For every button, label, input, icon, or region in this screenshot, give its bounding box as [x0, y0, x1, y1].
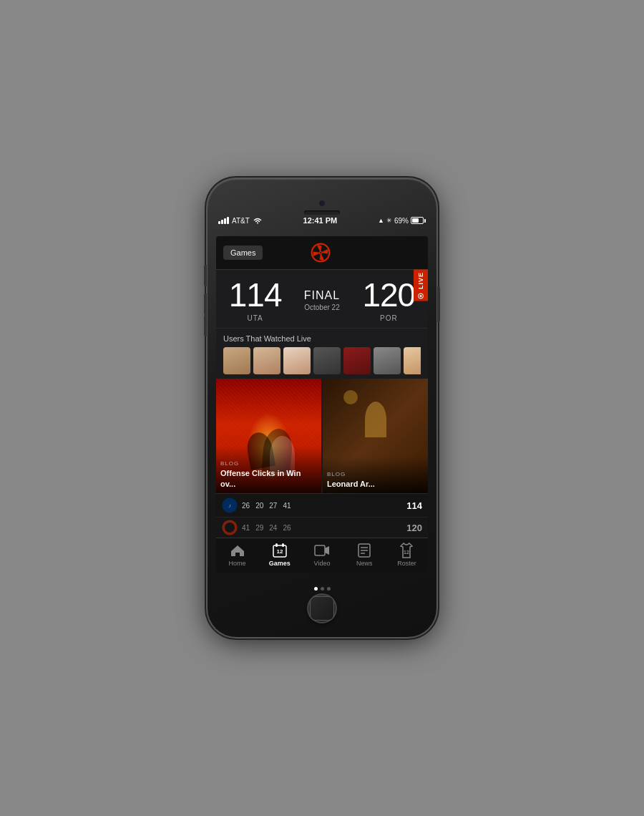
team-logo[interactable] [310, 242, 331, 263]
user-avatar-7[interactable] [404, 347, 421, 374]
svg-point-7 [225, 523, 235, 533]
tab-bar: Home 12 Games [216, 538, 428, 573]
video-icon [314, 543, 330, 558]
page-dot-2 [321, 587, 324, 591]
signal-icon [218, 217, 229, 224]
tab-home[interactable]: Home [216, 543, 258, 567]
blazers-quarter-scores: 41 29 24 26 [242, 524, 406, 532]
blazers-total: 120 [406, 523, 422, 533]
games-icon: 12 [272, 543, 288, 558]
battery-percentage: 69% [394, 217, 409, 225]
tab-games-label: Games [269, 560, 291, 567]
location-icon: ▲ [378, 217, 384, 224]
jazz-scoreboard-row[interactable]: J 26 20 27 41 114 [216, 493, 428, 517]
app-screen: Games 114 [216, 236, 428, 573]
user-avatar-5[interactable] [343, 347, 371, 374]
roster-icon-svg: 12 [400, 543, 413, 558]
game-final-label: FINAL [304, 289, 340, 302]
phone-bottom [208, 573, 436, 637]
blog-title-1: Offense Clicks in Win ov... [220, 468, 317, 489]
blazers-logo-small [222, 520, 238, 535]
blazers-q2: 29 [255, 524, 263, 532]
jazz-q4: 41 [283, 502, 291, 510]
blazers-logo-small-svg [222, 520, 238, 535]
page-dot-3 [327, 587, 331, 591]
trail-blazers-logo-svg [311, 243, 331, 263]
users-avatars-row [223, 347, 421, 374]
tab-roster[interactable]: 12 Roster [386, 543, 428, 567]
svg-text:12: 12 [404, 550, 410, 555]
user-avatar-4[interactable] [313, 347, 341, 374]
bluetooth-icon: ✳ [386, 217, 392, 224]
tab-video[interactable]: Video [301, 543, 343, 567]
svg-text:12: 12 [276, 548, 283, 555]
tab-roster-label: Roster [397, 560, 416, 567]
home-button[interactable] [307, 593, 337, 623]
svg-point-3 [320, 252, 321, 253]
jazz-q3: 27 [269, 502, 277, 510]
front-camera [319, 200, 325, 206]
users-section-title: Users That Watched Live [223, 334, 421, 343]
home-score: 114 [229, 278, 282, 311]
blog-card-2[interactable]: BLOG Leonard Ar... [323, 379, 428, 493]
live-badge[interactable]: LIVE [414, 270, 428, 301]
away-team: 120 POR [356, 278, 422, 322]
away-score: 120 [362, 278, 415, 311]
user-avatar-6[interactable] [374, 347, 401, 374]
game-date: October 22 [304, 303, 339, 311]
roster-icon: 12 [399, 543, 414, 558]
status-left: AT&T [218, 217, 263, 225]
away-team-abbr: POR [380, 314, 398, 322]
score-section: 114 UTA FINAL October 22 120 POR LIVE [216, 270, 428, 328]
page-dot-1 [314, 587, 318, 591]
blog-title-2: Leonard Ar... [327, 479, 424, 489]
blog-section: BLOG Offense Clicks in Win ov... BLOG Le… [216, 379, 428, 493]
user-avatar-3[interactable] [283, 347, 311, 374]
live-icon [418, 293, 424, 299]
app-header: Games [216, 236, 428, 270]
games-icon-svg: 12 [273, 543, 287, 558]
tab-video-label: Video [314, 560, 331, 567]
live-label: LIVE [417, 272, 424, 289]
jazz-total: 114 [406, 500, 422, 511]
jazz-logo-svg: J [222, 497, 238, 513]
blog-tag-2: BLOG [327, 471, 424, 477]
status-bar: AT&T 12:41 PM ▲ ✳ 69% [218, 213, 426, 228]
status-time: 12:41 PM [303, 216, 338, 225]
home-icon-svg [230, 544, 245, 557]
blog-tag-1: BLOG [220, 460, 317, 467]
news-icon [356, 543, 372, 558]
user-avatar-1[interactable] [223, 347, 250, 374]
battery-icon [411, 217, 426, 224]
blog-card-2-overlay: BLOG Leonard Ar... [323, 457, 428, 493]
wifi-icon [253, 217, 263, 224]
phone-frame: AT&T 12:41 PM ▲ ✳ 69% Games [208, 179, 436, 637]
blazers-scoreboard-row[interactable]: 41 29 24 26 120 [216, 517, 428, 538]
tab-news-label: News [356, 560, 373, 567]
tab-home-label: Home [229, 560, 246, 567]
jazz-q2: 20 [255, 502, 263, 510]
svg-rect-9 [275, 543, 278, 547]
home-icon [230, 543, 245, 558]
video-icon-svg [314, 545, 330, 556]
carrier-label: AT&T [232, 217, 250, 225]
svg-rect-12 [315, 545, 325, 555]
home-button-inner [310, 596, 334, 621]
news-icon-svg [358, 543, 371, 558]
blog-card-1[interactable]: BLOG Offense Clicks in Win ov... [216, 379, 321, 493]
tab-games[interactable]: 12 Games [258, 543, 301, 567]
blazers-q3: 24 [269, 524, 277, 532]
users-section: Users That Watched Live [216, 328, 428, 379]
games-button[interactable]: Games [223, 246, 263, 260]
user-avatar-2[interactable] [253, 347, 280, 374]
home-team: 114 UTA [222, 278, 288, 322]
game-status: FINAL October 22 [288, 289, 355, 311]
home-team-abbr: UTA [248, 314, 263, 322]
tab-news[interactable]: News [343, 543, 386, 567]
status-right: ▲ ✳ 69% [378, 217, 426, 225]
svg-rect-10 [282, 543, 284, 547]
blazers-q4: 26 [283, 524, 291, 532]
jazz-quarter-scores: 26 20 27 41 [242, 502, 406, 510]
phone-top [208, 179, 436, 236]
jazz-logo: J [222, 497, 238, 513]
